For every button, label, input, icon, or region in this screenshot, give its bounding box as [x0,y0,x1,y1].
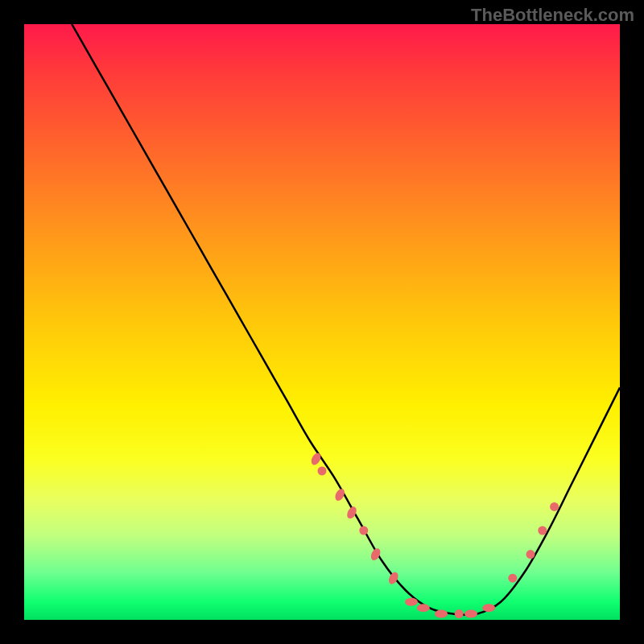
watermark-text: TheBottleneck.com [471,5,634,26]
scatter-marker [464,610,477,618]
chart-container: TheBottleneck.com [0,0,644,644]
scatter-marker [359,526,368,535]
scatter-marker [550,502,559,511]
scatter-marker [318,467,327,476]
curve-svg [24,24,620,620]
scatter-marker [405,598,418,606]
plot-area [24,24,620,620]
scatter-markers [309,452,559,618]
scatter-marker [455,609,464,618]
scatter-marker [508,574,517,583]
scatter-marker [417,604,430,612]
scatter-marker [538,526,547,535]
scatter-marker [309,452,322,467]
bottleneck-curve [72,24,620,615]
scatter-marker [526,550,535,559]
scatter-marker [435,610,448,618]
scatter-marker [482,604,495,612]
